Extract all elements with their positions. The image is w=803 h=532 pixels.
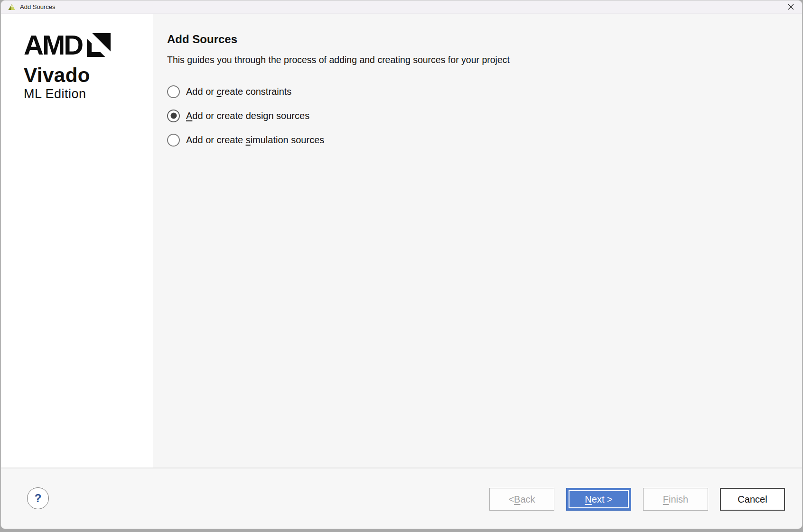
product-name: Vivado [24, 65, 153, 86]
amd-arrow-icon [87, 33, 111, 57]
branding-panel: AMD Vivado ML Edition [1, 14, 153, 468]
amd-logo: AMD [24, 33, 153, 57]
footer-bar: ? < Back Next > Finish Cancel [1, 468, 802, 529]
help-button[interactable]: ? [27, 487, 49, 509]
radio-label: Add or create constraints [186, 86, 291, 97]
dialog-body: AMD Vivado ML Edition Add Sources This g… [1, 14, 802, 468]
page-title: Add Sources [167, 33, 783, 46]
title-bar: Add Sources [1, 0, 802, 14]
next-button[interactable]: Next > [566, 488, 631, 511]
close-icon [788, 4, 794, 10]
amd-logo-text: AMD [24, 33, 82, 57]
page-description: This guides you through the process of a… [167, 55, 783, 65]
cancel-button[interactable]: Cancel [720, 488, 785, 511]
radio-label: Add or create design sources [186, 110, 309, 121]
window-title: Add Sources [20, 3, 55, 10]
finish-button[interactable]: Finish [643, 488, 708, 511]
radio-button[interactable] [167, 85, 180, 98]
back-button[interactable]: < Back [489, 488, 554, 511]
radio-button[interactable] [167, 134, 180, 147]
add-sources-dialog: Add Sources AMD Vivado ML Edition Add So… [0, 0, 803, 529]
product-edition: ML Edition [24, 87, 153, 101]
close-button[interactable] [782, 1, 799, 13]
radio-button[interactable] [167, 110, 180, 122]
radio-option-simulation-sources[interactable]: Add or create simulation sources [167, 133, 783, 147]
vivado-logo-icon [8, 3, 16, 11]
main-panel: Add Sources This guides you through the … [153, 14, 802, 468]
wizard-buttons: < Back Next > Finish Cancel [489, 488, 785, 511]
question-mark-icon: ? [35, 492, 42, 505]
radio-option-constraints[interactable]: Add or create constraints [167, 84, 783, 99]
radio-label: Add or create simulation sources [186, 135, 324, 146]
radio-option-design-sources[interactable]: Add or create design sources [167, 109, 783, 123]
